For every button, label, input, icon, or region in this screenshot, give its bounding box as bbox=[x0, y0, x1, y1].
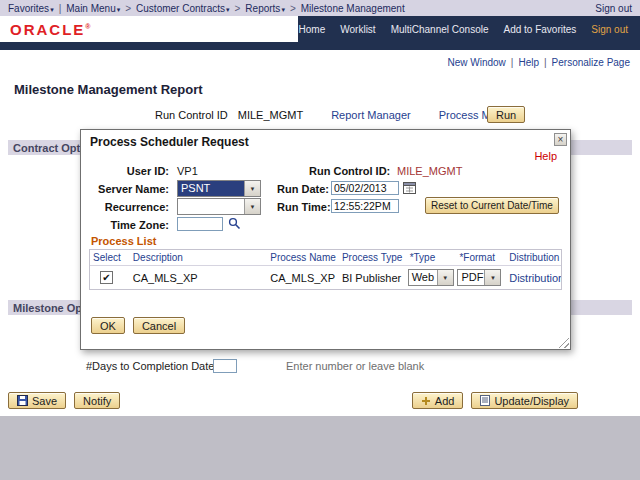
toolbar-right: Add Update/Display bbox=[412, 392, 578, 409]
update-display-button[interactable]: Update/Display bbox=[471, 392, 578, 409]
add-button[interactable]: Add bbox=[412, 392, 464, 409]
run-control-id-label: Run Control ID: bbox=[309, 165, 390, 177]
user-id-label: User ID: bbox=[81, 165, 169, 177]
row-select-checkbox[interactable]: ✔ bbox=[100, 271, 113, 284]
pipe-separator: | bbox=[59, 3, 62, 14]
link-report-manager[interactable]: Report Manager bbox=[331, 109, 411, 121]
run-date-input[interactable] bbox=[331, 181, 399, 195]
nav-sign-out[interactable]: Sign out bbox=[591, 24, 628, 35]
nav-add-to-favorites[interactable]: Add to Favorites bbox=[503, 24, 576, 35]
breadcrumb-arrow-icon: > bbox=[290, 3, 296, 14]
cancel-button[interactable]: Cancel bbox=[133, 317, 185, 334]
process-grid-header: Select Description Process Name Process … bbox=[90, 250, 561, 266]
process-scheduler-dialog: Process Scheduler Request × Help User ID… bbox=[80, 129, 571, 350]
link-new-window[interactable]: New Window bbox=[447, 57, 505, 68]
page-title: Milestone Management Report bbox=[14, 82, 203, 97]
dialog-buttons: OK Cancel bbox=[91, 317, 185, 334]
link-help[interactable]: Help bbox=[518, 57, 539, 68]
nav-multichannel-console[interactable]: MultiChannel Console bbox=[391, 24, 489, 35]
calendar-icon[interactable] bbox=[403, 181, 416, 194]
check-icon: ✔ bbox=[102, 272, 110, 283]
column-header-process-type: Process Type bbox=[339, 252, 407, 263]
top-nav: Home Worklist MultiChannel Console Add t… bbox=[298, 16, 640, 42]
column-header-format: *Format bbox=[456, 252, 506, 263]
chevron-down-icon: ▾ bbox=[226, 6, 230, 13]
recurrence-label: Recurrence: bbox=[81, 201, 169, 213]
time-zone-input[interactable] bbox=[177, 217, 223, 231]
plus-icon bbox=[421, 396, 431, 406]
document-icon bbox=[480, 395, 490, 406]
chevron-down-icon: ▾ bbox=[50, 6, 54, 13]
notify-button[interactable]: Notify bbox=[74, 392, 120, 409]
type-select[interactable]: Web ▼ bbox=[408, 269, 454, 286]
chevron-down-icon: ▼ bbox=[437, 270, 453, 285]
format-select[interactable]: PDF ▼ bbox=[457, 269, 501, 286]
chevron-down-icon: ▼ bbox=[244, 181, 260, 196]
utility-links: New Window | Help | Personalize Page bbox=[447, 57, 630, 68]
resize-handle[interactable] bbox=[558, 337, 569, 348]
dialog-help-link[interactable]: Help bbox=[534, 150, 557, 162]
days-to-completion-hint: Enter number or leave blank bbox=[286, 360, 424, 372]
breadcrumb-reports[interactable]: Reports▾ bbox=[245, 3, 285, 14]
chevron-down-icon: ▼ bbox=[484, 270, 500, 285]
breadcrumb-current: Milestone Management bbox=[301, 3, 405, 14]
toolbar-left: Save Notify bbox=[8, 392, 120, 409]
distribution-link[interactable]: Distribution bbox=[509, 272, 561, 284]
days-to-completion-input[interactable] bbox=[213, 359, 237, 373]
breadcrumb-main-menu[interactable]: Main Menu▾ bbox=[66, 3, 120, 14]
cell-process-name: CA_MLS_XP bbox=[267, 266, 339, 289]
days-to-completion-label: #Days to Completion Date bbox=[86, 360, 214, 372]
run-control-value: MILE_MGMT bbox=[238, 109, 303, 121]
run-control-label: Run Control ID bbox=[155, 109, 228, 121]
breadcrumb-favorites[interactable]: Favorites▾ bbox=[8, 3, 54, 14]
dialog-title: Process Scheduler Request bbox=[90, 135, 249, 149]
table-row: ✔ CA_MLS_XP CA_MLS_XP BI Publisher Web ▼… bbox=[90, 266, 561, 289]
column-header-description: Description bbox=[130, 252, 267, 263]
breadcrumb-customer-contracts[interactable]: Customer Contracts▾ bbox=[136, 3, 229, 14]
reset-datetime-button[interactable]: Reset to Current Date/Time bbox=[425, 197, 559, 214]
server-name-label: Server Name: bbox=[81, 183, 169, 195]
run-date-label: Run Date: bbox=[277, 183, 329, 195]
breadcrumb-sign-out[interactable]: Sign out bbox=[595, 3, 632, 14]
run-time-input[interactable] bbox=[331, 199, 399, 213]
chevron-down-icon: ▾ bbox=[281, 6, 285, 13]
process-grid: Select Description Process Name Process … bbox=[89, 249, 562, 290]
column-header-select: Select bbox=[90, 252, 130, 263]
oracle-logo: ORACLE® bbox=[10, 21, 91, 38]
process-list-title: Process List bbox=[91, 235, 156, 247]
pipe-separator: | bbox=[511, 57, 514, 68]
lookup-icon[interactable] bbox=[228, 217, 241, 230]
nav-home[interactable]: Home bbox=[299, 24, 326, 35]
server-name-select[interactable]: PSNT ▼ bbox=[177, 180, 261, 197]
run-control-row: Run Control ID MILE_MGMT Report Manager … bbox=[155, 109, 518, 121]
cell-process-type: BI Publisher bbox=[339, 266, 407, 289]
chevron-down-icon: ▼ bbox=[244, 199, 260, 214]
nav-worklist[interactable]: Worklist bbox=[340, 24, 375, 35]
run-button[interactable]: Run bbox=[487, 106, 525, 123]
ok-button[interactable]: OK bbox=[91, 317, 125, 334]
save-icon bbox=[17, 395, 28, 406]
recurrence-select[interactable]: ▼ bbox=[177, 198, 261, 215]
time-zone-label: Time Zone: bbox=[81, 219, 169, 231]
cell-description: CA_MLS_XP bbox=[130, 266, 267, 289]
chevron-down-icon: ▾ bbox=[117, 6, 121, 13]
breadcrumb-arrow-icon: > bbox=[125, 3, 131, 14]
user-id-value: VP1 bbox=[177, 165, 198, 177]
days-to-completion-row: #Days to Completion Date Enter number or… bbox=[0, 359, 640, 375]
breadcrumb: Favorites▾ | Main Menu▾ > Customer Contr… bbox=[0, 0, 640, 16]
pipe-separator: | bbox=[544, 57, 547, 68]
brand-row: ORACLE® Home Worklist MultiChannel Conso… bbox=[0, 16, 640, 42]
close-icon[interactable]: × bbox=[554, 133, 567, 146]
application-window: Favorites▾ | Main Menu▾ > Customer Contr… bbox=[0, 0, 640, 480]
run-control-id-value: MILE_MGMT bbox=[397, 165, 462, 177]
breadcrumb-arrow-icon: > bbox=[235, 3, 241, 14]
registered-mark: ® bbox=[85, 23, 90, 30]
column-header-type: *Type bbox=[407, 252, 457, 263]
header-strip bbox=[0, 42, 640, 50]
column-header-process-name: Process Name bbox=[267, 252, 339, 263]
column-header-distribution: Distribution bbox=[506, 252, 561, 263]
save-button[interactable]: Save bbox=[8, 392, 66, 409]
link-personalize-page[interactable]: Personalize Page bbox=[552, 57, 630, 68]
run-time-label: Run Time: bbox=[277, 201, 331, 213]
